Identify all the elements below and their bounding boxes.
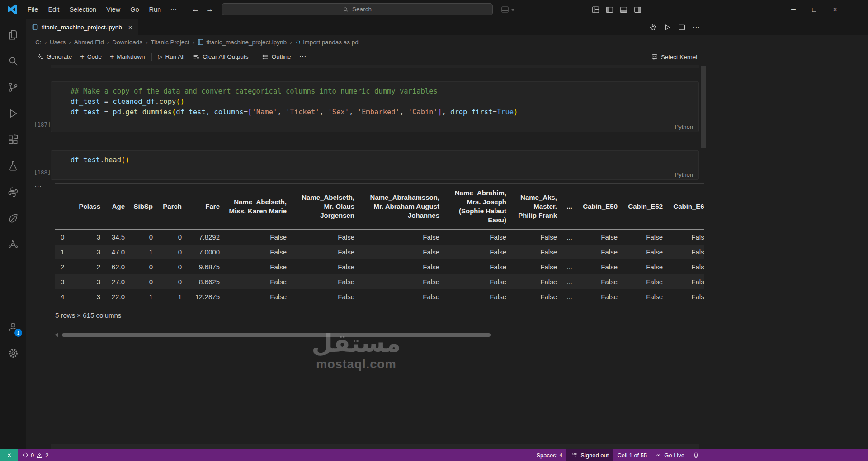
add-code-label: Code — [87, 53, 102, 60]
breadcrumb-item[interactable]: import pandas as pd — [295, 39, 359, 46]
menu-selection[interactable]: Selection — [64, 4, 101, 15]
table-header-cell: Name_Abelseth, Miss. Karen Marie — [223, 184, 290, 230]
toggle-primary-sidebar-button[interactable] — [605, 5, 614, 14]
generate-button[interactable]: Generate — [33, 53, 76, 61]
auth-status-button[interactable]: Signed out — [566, 449, 613, 461]
toolbar-more-button[interactable]: ⋯ — [295, 52, 310, 61]
cell-indicator[interactable]: Cell 1 of 55 — [613, 449, 651, 461]
code-cell-188[interactable]: df_test.head() [188] Python — [51, 150, 699, 180]
close-button[interactable]: × — [825, 0, 845, 19]
table-cell: False — [223, 289, 290, 304]
scrollbar-thumb[interactable] — [62, 333, 491, 337]
table-cell: False — [666, 259, 704, 274]
toggle-panel-button[interactable] — [619, 5, 628, 14]
breadcrumb-item[interactable]: Ahmed Eid — [74, 39, 104, 46]
menubar-more-button[interactable]: ⋯ — [166, 4, 181, 15]
layout-control-button[interactable] — [501, 0, 515, 19]
spaces-indicator[interactable]: Spaces: 4 — [532, 449, 566, 461]
search-sidebar-button[interactable] — [0, 48, 26, 74]
table-cell: 3 — [73, 245, 104, 259]
testing-button[interactable] — [0, 153, 26, 179]
table-cell: 0 — [156, 245, 185, 259]
row-index-cell: 4 — [55, 289, 73, 304]
table-cell: 0 — [156, 274, 185, 289]
menu-go[interactable]: Go — [125, 4, 144, 15]
select-kernel-button[interactable]: Select Kernel — [651, 49, 697, 65]
menu-edit[interactable]: Edit — [43, 4, 64, 15]
breadcrumb-item[interactable]: Downloads — [112, 39, 142, 46]
cell-actions-button[interactable]: ⋯ — [34, 182, 42, 190]
breadcrumb-item[interactable]: Titanic Project — [151, 39, 189, 46]
code-editor[interactable]: ## Make a copy of the data and convert c… — [51, 82, 698, 118]
explorer-button[interactable] — [0, 22, 26, 48]
minimize-button[interactable]: ─ — [783, 0, 804, 19]
split-editor-button[interactable] — [678, 24, 686, 31]
table-cell: 0 — [156, 259, 185, 274]
editor-vertical-scrollbar[interactable] — [701, 66, 706, 148]
search-icon — [343, 6, 349, 13]
scroll-left-arrow-icon[interactable] — [55, 333, 58, 337]
table-header-cell: Cabin_E60 — [666, 184, 704, 230]
notebook-settings-button[interactable] — [649, 24, 657, 31]
source-control-button[interactable] — [0, 74, 26, 100]
ai-extension-button[interactable] — [0, 231, 26, 258]
git-branch-icon — [7, 81, 19, 93]
customize-layout-button[interactable] — [591, 5, 600, 14]
notifications-button[interactable] — [689, 449, 703, 461]
python-extension-button[interactable] — [0, 179, 26, 205]
run-debug-button[interactable] — [0, 100, 26, 127]
output-summary: 5 rows × 615 columns — [55, 311, 704, 319]
split-editor-icon — [678, 24, 686, 31]
maximize-button[interactable]: □ — [804, 0, 825, 19]
plus-icon: + — [110, 53, 114, 61]
row-index-cell: 1 — [55, 245, 73, 259]
editor-more-actions-button[interactable]: ⋯ — [693, 23, 700, 32]
settings-button[interactable] — [0, 340, 26, 366]
notebook-file-icon — [32, 24, 38, 30]
table-cell: False — [621, 274, 666, 289]
database-extension-button[interactable] — [0, 205, 26, 231]
output-table: PclassAgeSibSpParchFareName_Abelseth, Mi… — [55, 183, 704, 304]
table-cell: ... — [561, 289, 576, 304]
table-cell: False — [510, 289, 561, 304]
watermark: مستقل mostaql.com — [288, 329, 424, 372]
chevron-right-icon: › — [193, 39, 195, 46]
cell-language-label[interactable]: Python — [675, 171, 693, 178]
notebook-toolbar: Generate + Code + Markdown ▷ Run All Cle… — [26, 49, 868, 65]
tab-titanic-notebook[interactable]: titanic_machine_project.ipynb × — [26, 19, 138, 35]
tab-close-icon[interactable]: × — [128, 24, 132, 31]
menu-run[interactable]: Run — [144, 4, 166, 15]
problems-button[interactable]: 0 2 — [18, 449, 52, 461]
table-header-cell: Fare — [185, 184, 223, 230]
breadcrumb-item[interactable]: C: — [35, 39, 42, 46]
run-all-button[interactable]: ▷ Run All — [154, 53, 189, 60]
menu-file[interactable]: File — [23, 4, 43, 15]
sparkle-icon — [37, 53, 44, 61]
code-cell-187[interactable]: ## Make a copy of the data and convert c… — [51, 81, 699, 132]
remote-icon — [6, 452, 13, 459]
code-editor[interactable]: df_test.head() — [51, 151, 698, 165]
back-button[interactable]: ← — [192, 5, 199, 14]
breadcrumb-label: C: — [35, 39, 42, 46]
table-cell: 34.5 — [104, 230, 128, 245]
add-code-button[interactable]: + Code — [76, 53, 106, 61]
breadcrumb-item[interactable]: Users — [50, 39, 66, 46]
breadcrumb-item[interactable]: titanic_machine_project.ipynb — [198, 39, 287, 46]
accounts-button[interactable]: 1 — [0, 314, 26, 340]
extensions-button[interactable] — [0, 127, 26, 153]
search-input[interactable]: Search — [222, 3, 493, 15]
remote-button[interactable] — [0, 449, 18, 461]
table-cell: 0 — [128, 274, 156, 289]
outline-button[interactable]: Outline — [258, 53, 295, 61]
clear-outputs-button[interactable]: Clear All Outputs — [189, 53, 252, 61]
cell-language-label[interactable]: Python — [675, 123, 693, 130]
table-cell: False — [443, 245, 510, 259]
add-markdown-button[interactable]: + Markdown — [106, 53, 149, 61]
forward-button[interactable]: → — [206, 5, 213, 14]
run-notebook-button[interactable] — [664, 24, 671, 31]
go-live-label: Go Live — [664, 452, 684, 459]
toggle-secondary-sidebar-button[interactable] — [633, 5, 642, 14]
chevron-right-icon: › — [290, 39, 292, 46]
go-live-button[interactable]: Go Live — [651, 449, 689, 461]
menu-view[interactable]: View — [101, 4, 125, 15]
